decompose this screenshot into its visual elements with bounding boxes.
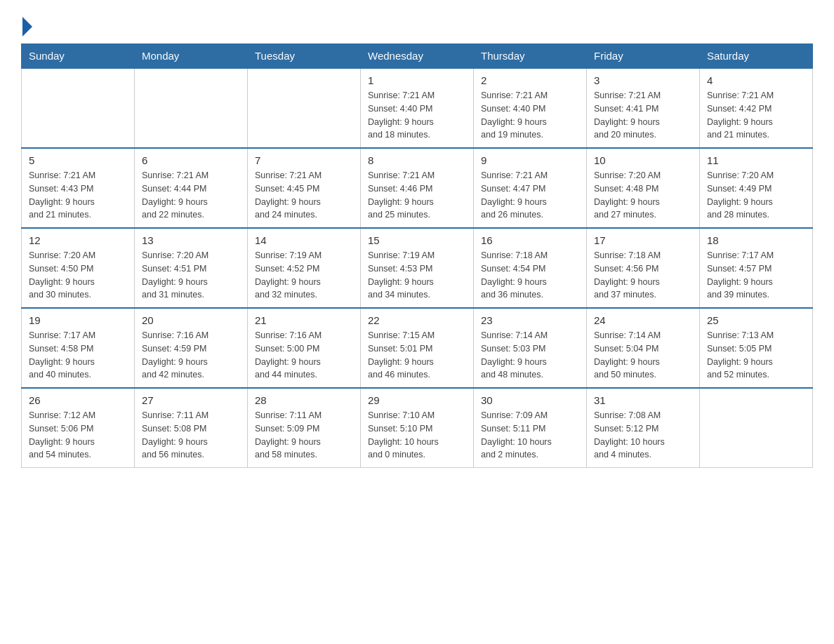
day-info: Sunrise: 7:11 AM Sunset: 5:09 PM Dayligh…	[255, 409, 353, 462]
day-info: Sunrise: 7:08 AM Sunset: 5:12 PM Dayligh…	[594, 409, 692, 462]
day-info: Sunrise: 7:09 AM Sunset: 5:11 PM Dayligh…	[481, 409, 579, 462]
day-info: Sunrise: 7:14 AM Sunset: 5:03 PM Dayligh…	[481, 329, 579, 382]
calendar-cell: 16Sunrise: 7:18 AM Sunset: 4:54 PM Dayli…	[474, 228, 587, 308]
day-info: Sunrise: 7:21 AM Sunset: 4:43 PM Dayligh…	[29, 169, 127, 222]
calendar-cell: 5Sunrise: 7:21 AM Sunset: 4:43 PM Daylig…	[22, 148, 135, 228]
day-number: 25	[707, 314, 805, 326]
calendar-cell: 8Sunrise: 7:21 AM Sunset: 4:46 PM Daylig…	[361, 148, 474, 228]
calendar-cell: 14Sunrise: 7:19 AM Sunset: 4:52 PM Dayli…	[248, 228, 361, 308]
calendar-cell: 3Sunrise: 7:21 AM Sunset: 4:41 PM Daylig…	[587, 68, 700, 148]
day-info: Sunrise: 7:16 AM Sunset: 5:00 PM Dayligh…	[255, 329, 353, 382]
day-number: 4	[707, 74, 805, 86]
weekday-header-saturday: Saturday	[700, 44, 813, 69]
day-info: Sunrise: 7:21 AM Sunset: 4:44 PM Dayligh…	[142, 169, 240, 222]
calendar-cell	[700, 388, 813, 468]
calendar-table: SundayMondayTuesdayWednesdayThursdayFrid…	[21, 43, 813, 468]
day-number: 30	[481, 394, 579, 406]
day-info: Sunrise: 7:12 AM Sunset: 5:06 PM Dayligh…	[29, 409, 127, 462]
day-info: Sunrise: 7:20 AM Sunset: 4:50 PM Dayligh…	[29, 249, 127, 302]
day-info: Sunrise: 7:21 AM Sunset: 4:42 PM Dayligh…	[707, 89, 805, 142]
calendar-cell: 18Sunrise: 7:17 AM Sunset: 4:57 PM Dayli…	[700, 228, 813, 308]
weekday-header-tuesday: Tuesday	[248, 44, 361, 69]
day-info: Sunrise: 7:10 AM Sunset: 5:10 PM Dayligh…	[368, 409, 466, 462]
day-info: Sunrise: 7:11 AM Sunset: 5:08 PM Dayligh…	[142, 409, 240, 462]
calendar-cell: 12Sunrise: 7:20 AM Sunset: 4:50 PM Dayli…	[22, 228, 135, 308]
day-info: Sunrise: 7:21 AM Sunset: 4:40 PM Dayligh…	[368, 89, 466, 142]
calendar-cell	[135, 68, 248, 148]
day-number: 11	[707, 154, 805, 166]
day-info: Sunrise: 7:21 AM Sunset: 4:47 PM Dayligh…	[481, 169, 579, 222]
day-number: 1	[368, 74, 466, 86]
week-row-1: 1Sunrise: 7:21 AM Sunset: 4:40 PM Daylig…	[22, 68, 813, 148]
calendar-cell: 2Sunrise: 7:21 AM Sunset: 4:40 PM Daylig…	[474, 68, 587, 148]
day-info: Sunrise: 7:16 AM Sunset: 4:59 PM Dayligh…	[142, 329, 240, 382]
day-info: Sunrise: 7:20 AM Sunset: 4:48 PM Dayligh…	[594, 169, 692, 222]
weekday-header-sunday: Sunday	[22, 44, 135, 69]
week-row-4: 19Sunrise: 7:17 AM Sunset: 4:58 PM Dayli…	[22, 308, 813, 388]
day-number: 9	[481, 154, 579, 166]
logo-triangle-icon	[22, 17, 32, 36]
calendar-cell: 13Sunrise: 7:20 AM Sunset: 4:51 PM Dayli…	[135, 228, 248, 308]
day-number: 6	[142, 154, 240, 166]
calendar-cell: 20Sunrise: 7:16 AM Sunset: 4:59 PM Dayli…	[135, 308, 248, 388]
day-number: 8	[368, 154, 466, 166]
weekday-header-friday: Friday	[587, 44, 700, 69]
logo	[21, 14, 32, 36]
day-info: Sunrise: 7:13 AM Sunset: 5:05 PM Dayligh…	[707, 329, 805, 382]
day-info: Sunrise: 7:20 AM Sunset: 4:51 PM Dayligh…	[142, 249, 240, 302]
day-number: 29	[368, 394, 466, 406]
day-info: Sunrise: 7:21 AM Sunset: 4:46 PM Dayligh…	[368, 169, 466, 222]
calendar-cell: 23Sunrise: 7:14 AM Sunset: 5:03 PM Dayli…	[474, 308, 587, 388]
day-number: 24	[594, 314, 692, 326]
day-info: Sunrise: 7:17 AM Sunset: 4:58 PM Dayligh…	[29, 329, 127, 382]
weekday-header-row: SundayMondayTuesdayWednesdayThursdayFrid…	[22, 44, 813, 69]
calendar-cell: 11Sunrise: 7:20 AM Sunset: 4:49 PM Dayli…	[700, 148, 813, 228]
calendar-cell: 27Sunrise: 7:11 AM Sunset: 5:08 PM Dayli…	[135, 388, 248, 468]
calendar-cell: 7Sunrise: 7:21 AM Sunset: 4:45 PM Daylig…	[248, 148, 361, 228]
day-number: 16	[481, 234, 579, 246]
week-row-3: 12Sunrise: 7:20 AM Sunset: 4:50 PM Dayli…	[22, 228, 813, 308]
calendar-cell: 29Sunrise: 7:10 AM Sunset: 5:10 PM Dayli…	[361, 388, 474, 468]
calendar-cell: 31Sunrise: 7:08 AM Sunset: 5:12 PM Dayli…	[587, 388, 700, 468]
day-info: Sunrise: 7:20 AM Sunset: 4:49 PM Dayligh…	[707, 169, 805, 222]
weekday-header-monday: Monday	[135, 44, 248, 69]
calendar-cell: 21Sunrise: 7:16 AM Sunset: 5:00 PM Dayli…	[248, 308, 361, 388]
day-info: Sunrise: 7:17 AM Sunset: 4:57 PM Dayligh…	[707, 249, 805, 302]
week-row-5: 26Sunrise: 7:12 AM Sunset: 5:06 PM Dayli…	[22, 388, 813, 468]
day-info: Sunrise: 7:21 AM Sunset: 4:40 PM Dayligh…	[481, 89, 579, 142]
calendar-cell: 19Sunrise: 7:17 AM Sunset: 4:58 PM Dayli…	[22, 308, 135, 388]
calendar-cell: 10Sunrise: 7:20 AM Sunset: 4:48 PM Dayli…	[587, 148, 700, 228]
day-number: 23	[481, 314, 579, 326]
day-number: 19	[29, 314, 127, 326]
calendar-cell	[248, 68, 361, 148]
calendar-cell: 25Sunrise: 7:13 AM Sunset: 5:05 PM Dayli…	[700, 308, 813, 388]
day-number: 15	[368, 234, 466, 246]
day-number: 5	[29, 154, 127, 166]
day-number: 3	[594, 74, 692, 86]
calendar-cell: 22Sunrise: 7:15 AM Sunset: 5:01 PM Dayli…	[361, 308, 474, 388]
calendar-cell: 24Sunrise: 7:14 AM Sunset: 5:04 PM Dayli…	[587, 308, 700, 388]
day-number: 14	[255, 234, 353, 246]
day-number: 13	[142, 234, 240, 246]
day-number: 7	[255, 154, 353, 166]
calendar-cell: 28Sunrise: 7:11 AM Sunset: 5:09 PM Dayli…	[248, 388, 361, 468]
page-header	[21, 14, 813, 36]
day-info: Sunrise: 7:21 AM Sunset: 4:41 PM Dayligh…	[594, 89, 692, 142]
day-info: Sunrise: 7:19 AM Sunset: 4:53 PM Dayligh…	[368, 249, 466, 302]
day-number: 26	[29, 394, 127, 406]
day-number: 27	[142, 394, 240, 406]
calendar-cell: 4Sunrise: 7:21 AM Sunset: 4:42 PM Daylig…	[700, 68, 813, 148]
day-number: 22	[368, 314, 466, 326]
calendar-cell: 1Sunrise: 7:21 AM Sunset: 4:40 PM Daylig…	[361, 68, 474, 148]
calendar-cell: 6Sunrise: 7:21 AM Sunset: 4:44 PM Daylig…	[135, 148, 248, 228]
day-info: Sunrise: 7:21 AM Sunset: 4:45 PM Dayligh…	[255, 169, 353, 222]
day-number: 17	[594, 234, 692, 246]
day-number: 18	[707, 234, 805, 246]
week-row-2: 5Sunrise: 7:21 AM Sunset: 4:43 PM Daylig…	[22, 148, 813, 228]
day-number: 10	[594, 154, 692, 166]
day-info: Sunrise: 7:18 AM Sunset: 4:54 PM Dayligh…	[481, 249, 579, 302]
day-info: Sunrise: 7:19 AM Sunset: 4:52 PM Dayligh…	[255, 249, 353, 302]
calendar-cell: 15Sunrise: 7:19 AM Sunset: 4:53 PM Dayli…	[361, 228, 474, 308]
calendar-cell	[22, 68, 135, 148]
day-number: 12	[29, 234, 127, 246]
